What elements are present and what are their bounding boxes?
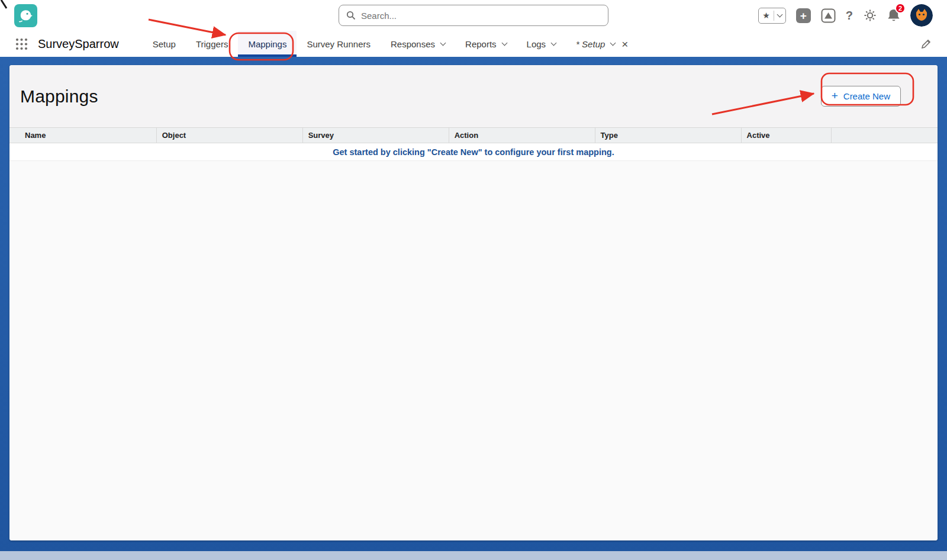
header-actions: ★ + ? 2 [758, 4, 940, 27]
column-header-empty [831, 128, 938, 143]
create-new-label: Create New [843, 91, 890, 101]
favorites-chevron-down-icon[interactable] [777, 11, 782, 17]
divider [774, 11, 774, 21]
notification-badge: 2 [895, 3, 906, 14]
search-input[interactable] [361, 11, 601, 21]
plus-icon: + [832, 89, 838, 102]
tab-setup[interactable]: Setup [143, 31, 186, 57]
mappings-card: Mappings + Create New Name Object Survey… [9, 65, 938, 540]
tab-label: Logs [527, 39, 546, 49]
close-tab-icon[interactable]: × [621, 38, 628, 50]
card-header: Mappings + Create New [9, 65, 938, 127]
tab-label: Mappings [248, 39, 286, 49]
column-header-action[interactable]: Action [449, 128, 595, 143]
tab-responses[interactable]: Responses [381, 31, 455, 57]
tab-triggers[interactable]: Triggers [186, 31, 238, 57]
tab-logs[interactable]: Logs [517, 31, 566, 57]
create-new-button[interactable]: + Create New [821, 86, 901, 107]
tab-label: * Setup [576, 39, 605, 49]
empty-state-message: Get started by clicking "Create New" to … [333, 147, 614, 157]
column-header-survey[interactable]: Survey [302, 128, 449, 143]
tab-setup-temporary[interactable]: * Setup × [566, 31, 638, 57]
setup-gear-icon[interactable] [863, 8, 877, 22]
tab-label: Survey Runners [307, 39, 371, 49]
app-navbar: SurveySparrow Setup Triggers Mappings Su… [0, 31, 947, 57]
column-header-object[interactable]: Object [156, 128, 302, 143]
column-header-name[interactable]: Name [9, 128, 156, 143]
app-name: SurveySparrow [38, 37, 119, 51]
plus-icon: + [800, 10, 807, 21]
chevron-down-icon[interactable] [610, 40, 616, 46]
chevron-down-icon[interactable] [440, 40, 446, 46]
edit-nav-pencil-icon[interactable] [921, 38, 938, 49]
quick-create-button[interactable]: + [796, 8, 811, 23]
column-header-type[interactable]: Type [595, 128, 741, 143]
help-icon[interactable]: ? [846, 9, 853, 22]
tab-reports[interactable]: Reports [455, 31, 517, 57]
question-mark-glyph: ? [846, 9, 853, 22]
avatar[interactable] [910, 4, 933, 27]
nav-tabs: Setup Triggers Mappings Survey Runners R… [143, 31, 639, 57]
chevron-down-icon[interactable] [501, 40, 507, 46]
tab-survey-runners[interactable]: Survey Runners [297, 31, 381, 57]
tab-label: Responses [391, 39, 435, 49]
chevron-down-icon[interactable] [551, 40, 557, 46]
guidance-center-icon[interactable] [821, 8, 836, 23]
tab-mappings[interactable]: Mappings [238, 31, 297, 57]
favorites-star-icon[interactable]: ★ [762, 11, 770, 20]
tab-label: Setup [153, 39, 176, 49]
app-launcher-icon[interactable] [15, 38, 28, 50]
search-icon [346, 11, 356, 20]
table-header-row: Name Object Survey Action Type Active [9, 127, 938, 143]
table-body-empty [9, 161, 938, 540]
global-search[interactable] [339, 5, 608, 26]
page-title: Mappings [20, 86, 98, 107]
global-header: ★ + ? 2 [0, 0, 947, 31]
favorites-control[interactable]: ★ [758, 8, 786, 24]
empty-state-row: Get started by clicking "Create New" to … [9, 143, 938, 161]
surveysparrow-logo[interactable] [14, 4, 37, 27]
tab-label: Reports [465, 39, 497, 49]
notifications-bell-icon[interactable]: 2 [887, 8, 900, 22]
tab-label: Triggers [196, 39, 228, 49]
sparrow-bird-icon [18, 8, 34, 24]
content-area: Mappings + Create New Name Object Survey… [0, 57, 947, 560]
column-header-active[interactable]: Active [741, 128, 832, 143]
